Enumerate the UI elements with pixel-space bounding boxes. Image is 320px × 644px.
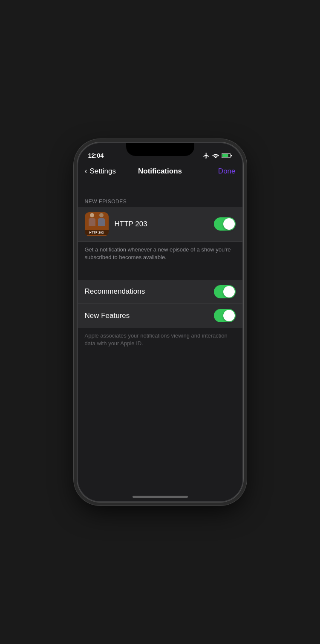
http203-row[interactable]: HTTP 203 HTTP 203 [78,207,242,242]
body-2 [98,218,105,226]
home-indicator [133,496,188,498]
recommendations-label: Recommendations [85,287,214,296]
body-1 [89,218,95,226]
podcast-thumbnail: HTTP 203 [85,212,109,236]
recommendations-toggle[interactable] [214,285,236,298]
toggle-knob [223,218,235,230]
head-2 [99,213,104,217]
notch [126,143,194,156]
footer-text: Apple associates your notifications view… [78,328,242,356]
new-features-toggle[interactable] [214,309,236,322]
content: NEW EPISODES [78,181,242,501]
mid-gap [78,268,242,280]
silhouette-1 [88,213,96,231]
toggle-knob-2 [223,286,235,297]
new-features-row[interactable]: New Features [78,304,242,328]
back-label: Settings [90,167,116,176]
status-icons [203,152,232,159]
silhouette-2 [98,213,105,231]
silhouettes [85,213,109,231]
recommendations-row[interactable]: Recommendations [78,280,242,304]
new-features-label: New Features [85,312,214,320]
nav-header: ‹ Settings Notifications Done [78,162,242,181]
phone-frame: 12:04 ‹ Set [77,142,243,502]
airplane-icon [203,152,210,159]
battery-icon [222,153,232,158]
svg-rect-2 [222,154,228,157]
wifi-icon [212,153,219,158]
top-gap [78,181,242,195]
chevron-left-icon: ‹ [85,167,87,176]
back-button[interactable]: ‹ Settings [85,167,116,176]
screen: 12:04 ‹ Set [78,143,242,501]
svg-rect-1 [231,155,232,156]
done-button[interactable]: Done [218,167,236,176]
status-time: 12:04 [88,152,104,159]
head-1 [90,213,94,217]
http203-toggle[interactable] [214,217,236,231]
toggle-knob-3 [223,310,235,321]
podcast-name: HTTP 203 [115,220,214,228]
podcast-label: HTTP 203 [85,230,109,235]
new-episodes-description: Get a notification whenever a new episod… [78,242,242,268]
page-title: Notifications [138,167,182,176]
new-episodes-header: NEW EPISODES [78,195,242,207]
